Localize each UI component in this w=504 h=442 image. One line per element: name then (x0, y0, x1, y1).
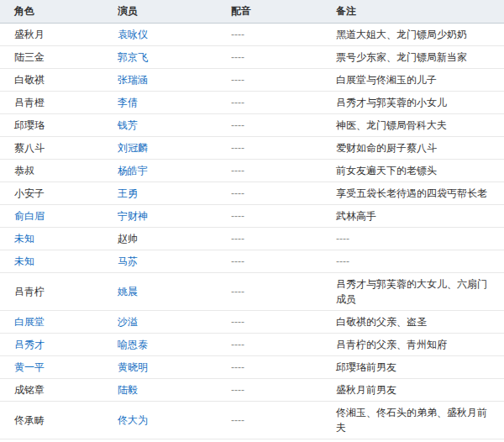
actor-link[interactable]: 张瑞涵 (118, 74, 148, 86)
dub-placeholder: ---- (231, 165, 244, 176)
role-link[interactable]: 俞白眉 (14, 210, 45, 222)
note-cell: 盛秋月前男友 (322, 378, 504, 401)
dub-placeholder: ---- (231, 119, 244, 131)
table-row: 未知赵帅-------- (0, 227, 504, 250)
table-row: 俞白眉宁财神----武林高手 (0, 204, 504, 227)
role-link[interactable]: 吕秀才 (14, 339, 45, 350)
dub-placeholder: ---- (231, 187, 244, 199)
table-row: 白展堂沙溢----白敬祺的父亲、盗圣 (0, 310, 504, 333)
actor-link[interactable]: 袁咏仪 (118, 29, 148, 40)
dub-placeholder: ---- (231, 233, 244, 245)
actor-link[interactable]: 刘冠麟 (118, 142, 148, 154)
dub-placeholder: ---- (231, 361, 244, 373)
note-cell: ---- (322, 227, 504, 250)
dub-cell: ---- (217, 136, 322, 159)
actor-cell: 钱芳 (103, 113, 217, 136)
actor-link[interactable]: 李倩 (118, 97, 138, 108)
role-text: 佟承畴 (14, 414, 45, 426)
table-row: 黄一平黄晓明----邱璎珞前男友 (0, 355, 504, 378)
actor-link[interactable]: 姚晨 (118, 286, 138, 297)
note-text: 前女友遍天下的老镖头 (336, 165, 437, 176)
note-cell: 爱财如命的厨子蔡八斗 (322, 136, 504, 159)
actor-cell: 黄晓明 (103, 355, 217, 378)
role-text: 陆三金 (14, 51, 45, 63)
actor-text: 赵帅 (118, 233, 138, 245)
dub-cell: ---- (217, 378, 322, 401)
role-text: 吕青柠 (14, 286, 45, 297)
note-text: 神医、龙门镖局骨科大夫 (336, 119, 447, 131)
role-text: 恭叔 (14, 165, 34, 176)
actor-cell: 赵帅 (103, 227, 217, 250)
note-cell: 白展堂与佟湘玉的儿子 (322, 68, 504, 91)
note-cell: 吕秀才与郭芙蓉的大女儿、六扇门成员 (322, 272, 504, 310)
column-header-actor: 演员 (103, 0, 217, 23)
note-cell: “斜轿”教主 (322, 439, 504, 442)
dub-cell: ---- (217, 68, 322, 91)
actor-link[interactable]: 黄晓明 (118, 361, 148, 373)
role-link[interactable]: 未知 (14, 255, 34, 267)
note-text: 票号少东家、龙门镖局新当家 (336, 51, 467, 63)
role-link[interactable]: 白展堂 (14, 316, 45, 328)
actor-link[interactable]: 沙溢 (118, 316, 138, 328)
dub-cell: ---- (217, 182, 322, 204)
note-text: ---- (336, 233, 349, 245)
note-cell: 吕秀才与郭芙蓉的小女儿 (322, 91, 504, 113)
dub-placeholder: ---- (231, 142, 244, 154)
role-text: 白敬祺 (14, 74, 45, 86)
actor-cell: 刘冠麟 (103, 136, 217, 159)
role-cell: 吕青柠 (0, 272, 103, 310)
actor-cell: 王勇 (103, 182, 217, 204)
role-link[interactable]: 未知 (14, 233, 34, 245)
role-cell: 邱璎珞 (0, 113, 103, 136)
dub-placeholder: ---- (231, 74, 244, 86)
column-header-role: 角色 (0, 0, 103, 23)
dub-cell: ---- (217, 113, 322, 136)
note-text: 邱璎珞前男友 (336, 361, 396, 373)
dub-placeholder: ---- (231, 316, 244, 328)
actor-link[interactable]: 佟大为 (118, 414, 148, 426)
note-cell: 享受五袋长老待遇的四袋丐帮长老 (322, 182, 504, 204)
actor-link[interactable]: 喻恩泰 (118, 339, 148, 350)
dub-cell: ---- (217, 250, 322, 272)
table-row: 吕秀才喻恩泰----吕青柠的父亲、青州知府 (0, 333, 504, 355)
role-cell: 蔡八斗 (0, 136, 103, 159)
note-cell: 前女友遍天下的老镖头 (322, 159, 504, 182)
note-text: 白展堂与佟湘玉的儿子 (336, 74, 437, 86)
actor-cell: 沙溢 (103, 310, 217, 333)
note-cell: 佟湘玉、佟石头的弟弟、盛秋月前夫 (322, 401, 504, 439)
note-text: 吕秀才与郭芙蓉的大女儿、六扇门成员 (336, 278, 487, 305)
cast-table: 角色演员配音备注 盛秋月袁咏仪----黑道大姐大、龙门镖局少奶奶陆三金郭京飞--… (0, 0, 504, 442)
role-text: 盛秋月 (14, 29, 45, 40)
actor-link[interactable]: 钱芳 (118, 119, 138, 131)
actor-link[interactable]: 郭京飞 (118, 51, 148, 63)
actor-cell: 佟大为 (103, 401, 217, 439)
actor-cell: 袁咏仪 (103, 23, 217, 45)
actor-cell: 宁财神 (103, 204, 217, 227)
actor-cell: 李倩 (103, 91, 217, 113)
cast-table-page: 角色演员配音备注 盛秋月袁咏仪----黑道大姐大、龙门镖局少奶奶陆三金郭京飞--… (0, 0, 504, 442)
actor-link[interactable]: 马苏 (118, 255, 138, 267)
column-header-note: 备注 (322, 0, 504, 23)
actor-link[interactable]: 宁财神 (118, 210, 148, 222)
table-row: 白敬祺张瑞涵----白展堂与佟湘玉的儿子 (0, 68, 504, 91)
role-link[interactable]: 黄一平 (14, 361, 45, 373)
table-row: 蔡八斗刘冠麟----爱财如命的厨子蔡八斗 (0, 136, 504, 159)
actor-cell: 马苏 (103, 250, 217, 272)
role-cell: 恭叔 (0, 159, 103, 182)
role-cell: 成铭章 (0, 378, 103, 401)
note-text: 武林高手 (336, 210, 376, 222)
table-row: 恭叔杨皓宇----前女友遍天下的老镖头 (0, 159, 504, 182)
role-cell: 佟承畴 (0, 401, 103, 439)
dub-cell: ---- (217, 159, 322, 182)
actor-link[interactable]: 王勇 (118, 187, 138, 199)
actor-cell: 郭京飞 (103, 45, 217, 68)
actor-link[interactable]: 陆毅 (118, 384, 138, 396)
dub-placeholder: ---- (231, 29, 244, 40)
dub-cell: ---- (217, 355, 322, 378)
role-text: 小安子 (14, 187, 45, 199)
note-text: ---- (336, 255, 349, 267)
actor-link[interactable]: 杨皓宇 (118, 165, 148, 176)
column-header-dub: 配音 (217, 0, 322, 23)
role-cell: 白展堂 (0, 310, 103, 333)
note-cell: 白敬祺的父亲、盗圣 (322, 310, 504, 333)
